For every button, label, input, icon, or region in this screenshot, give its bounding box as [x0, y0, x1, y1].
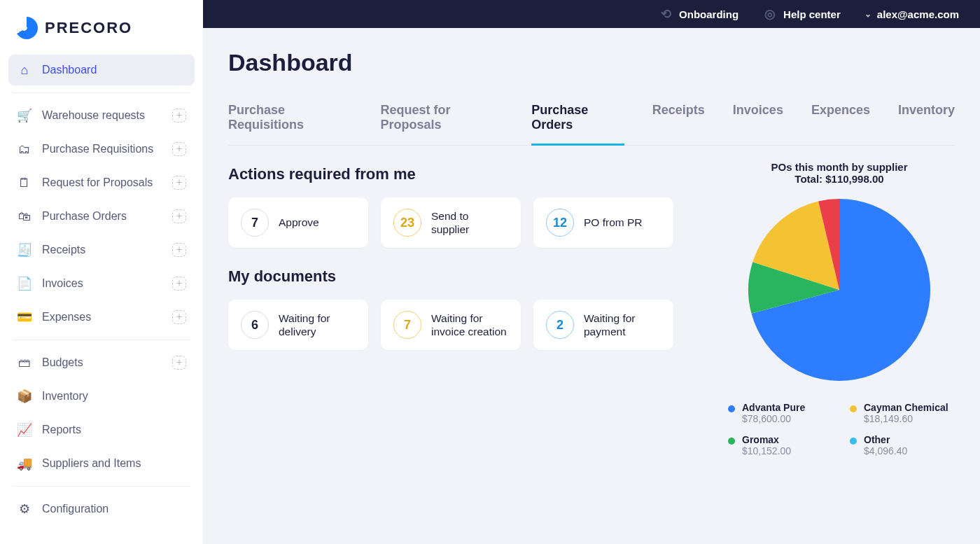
- content: Dashboard Purchase RequisitionsRequest f…: [203, 28, 980, 544]
- tab-request-for-proposals[interactable]: Request for Proposals: [380, 93, 503, 146]
- user-menu[interactable]: ⌄ alex@acme.com: [864, 8, 959, 20]
- add-icon[interactable]: +: [172, 277, 186, 291]
- swatch-icon: [728, 438, 735, 445]
- actions-title: Actions required from me: [228, 165, 696, 183]
- legend-name: Other: [864, 434, 907, 445]
- help-label: Help center: [783, 8, 841, 20]
- card-label: Send to supplier: [431, 209, 508, 237]
- nav-divider: [13, 340, 190, 340]
- tab-purchase-orders[interactable]: Purchase Orders: [531, 93, 624, 146]
- help-center-link[interactable]: ◎ Help center: [762, 6, 841, 22]
- legend-value: $18,149.60: [864, 413, 948, 424]
- sidebar-item-receipts[interactable]: 🧾Receipts+: [8, 235, 195, 265]
- sidebar-item-purchase-requisitions[interactable]: 🗂Purchase Requisitions+: [8, 134, 195, 165]
- sidebar-item-label: Warehouse requests: [42, 109, 145, 122]
- sidebar-item-configuration[interactable]: ⚙Configuration: [8, 494, 195, 524]
- swatch-icon: [850, 405, 857, 412]
- requisition-icon: 🗂: [17, 141, 32, 157]
- sidebar-item-label: Receipts: [42, 244, 85, 256]
- sidebar-nav: ⌂Dashboard🛒Warehouse requests+🗂Purchase …: [7, 55, 196, 524]
- rocket-icon: ⟲: [658, 6, 673, 22]
- actions-cards: 7Approve23Send to supplier12PO from PR: [228, 197, 696, 248]
- legend-value: $10,152.00: [742, 445, 791, 456]
- swatch-icon: [728, 405, 735, 412]
- lifebuoy-icon: ◎: [762, 6, 778, 22]
- sidebar-item-label: Request for Proposals: [42, 176, 153, 189]
- tab-receipts[interactable]: Receipts: [652, 93, 705, 146]
- legend-item-other: Other$4,096.40: [850, 434, 951, 456]
- legend-value: $78,600.00: [742, 413, 805, 424]
- legend-name: Gromax: [742, 434, 791, 445]
- mydoc-card-waiting-for-delivery[interactable]: 6Waiting for delivery: [228, 300, 368, 350]
- add-icon[interactable]: +: [172, 109, 186, 123]
- card-label: Waiting for invoice creation: [431, 312, 508, 339]
- card-label: PO from PR: [584, 216, 643, 229]
- warehouse-icon: 🛒: [17, 108, 32, 123]
- home-icon: ⌂: [17, 62, 32, 78]
- tab-purchase-requisitions[interactable]: Purchase Requisitions: [228, 93, 352, 146]
- main: ⟲ Onboarding ◎ Help center ⌄ alex@acme.c…: [203, 0, 980, 544]
- tabs: Purchase RequisitionsRequest for Proposa…: [228, 93, 955, 146]
- legend-name: Advanta Pure: [742, 402, 805, 413]
- chart-panel: POs this month by supplier Total: $110,9…: [724, 161, 955, 456]
- budgets-icon: 🗃: [17, 355, 32, 370]
- expenses-icon: 💳: [17, 309, 32, 325]
- mydocs-title: My documents: [228, 267, 696, 286]
- nav-divider: [13, 92, 190, 93]
- config-icon: ⚙: [17, 501, 32, 517]
- sidebar-item-reports[interactable]: 📈Reports: [8, 414, 195, 445]
- tab-expences[interactable]: Expences: [811, 93, 870, 146]
- chart-title: POs this month by supplier: [724, 161, 955, 173]
- sidebar-item-warehouse-requests[interactable]: 🛒Warehouse requests+: [8, 100, 195, 131]
- action-card-send-to-supplier[interactable]: 23Send to supplier: [381, 197, 521, 248]
- legend-value: $4,096.40: [864, 445, 907, 456]
- sidebar-item-dashboard[interactable]: ⌂Dashboard: [8, 55, 195, 85]
- sidebar-item-label: Budgets: [42, 356, 83, 369]
- sidebar-item-label: Expenses: [42, 311, 91, 323]
- orders-icon: 🛍: [17, 209, 32, 224]
- count-badge: 23: [393, 209, 421, 237]
- sidebar-item-request-for-proposals[interactable]: 🗒Request for Proposals+: [8, 167, 195, 198]
- chart-legend: Advanta Pure$78,600.00Cayman Chemical$18…: [724, 402, 955, 456]
- count-badge: 2: [546, 311, 574, 339]
- sidebar-item-label: Purchase Orders: [42, 210, 127, 223]
- sidebar-item-label: Suppliers and Items: [42, 457, 141, 470]
- chart-subtitle: Total: $110,998.00: [724, 173, 955, 185]
- brand-logo[interactable]: PRECORO: [7, 13, 196, 52]
- add-icon[interactable]: +: [172, 310, 186, 324]
- legend-item-cayman-chemical: Cayman Chemical$18,149.60: [850, 402, 951, 424]
- sidebar-item-suppliers-and-items[interactable]: 🚚Suppliers and Items: [8, 448, 195, 479]
- count-badge: 7: [393, 311, 421, 339]
- tab-invoices[interactable]: Invoices: [733, 93, 783, 146]
- sidebar-item-label: Inventory: [42, 390, 88, 403]
- receipts-icon: 🧾: [17, 242, 32, 258]
- card-label: Waiting for payment: [584, 312, 661, 339]
- mydoc-card-waiting-for-payment[interactable]: 2Waiting for payment: [533, 300, 673, 350]
- nav-divider: [13, 486, 190, 487]
- action-card-approve[interactable]: 7Approve: [228, 197, 368, 248]
- sidebar-item-inventory[interactable]: 📦Inventory: [8, 381, 195, 412]
- suppliers-icon: 🚚: [17, 456, 32, 471]
- sidebar-item-expenses[interactable]: 💳Expenses+: [8, 302, 195, 333]
- inventory-icon: 📦: [17, 389, 32, 404]
- tab-inventory[interactable]: Inventory: [898, 93, 955, 146]
- sidebar-item-budgets[interactable]: 🗃Budgets+: [8, 347, 195, 378]
- sidebar-item-label: Reports: [42, 424, 81, 436]
- add-icon[interactable]: +: [172, 243, 186, 257]
- add-icon[interactable]: +: [172, 176, 186, 190]
- add-icon[interactable]: +: [172, 209, 186, 223]
- logo-icon: [15, 17, 38, 39]
- sidebar-item-purchase-orders[interactable]: 🛍Purchase Orders+: [8, 201, 195, 232]
- page-title: Dashboard: [228, 49, 955, 76]
- count-badge: 6: [241, 311, 269, 339]
- action-card-po-from-pr[interactable]: 12PO from PR: [533, 197, 673, 248]
- legend-item-gromax: Gromax$10,152.00: [728, 434, 829, 456]
- add-icon[interactable]: +: [172, 356, 186, 370]
- card-label: Approve: [279, 216, 319, 229]
- sidebar-item-label: Purchase Requisitions: [42, 143, 153, 155]
- onboarding-link[interactable]: ⟲ Onboarding: [658, 6, 738, 22]
- add-icon[interactable]: +: [172, 142, 186, 156]
- sidebar-item-label: Configuration: [42, 503, 108, 515]
- mydoc-card-waiting-for-invoice-creation[interactable]: 7Waiting for invoice creation: [381, 300, 521, 350]
- sidebar-item-invoices[interactable]: 📄Invoices+: [8, 268, 195, 299]
